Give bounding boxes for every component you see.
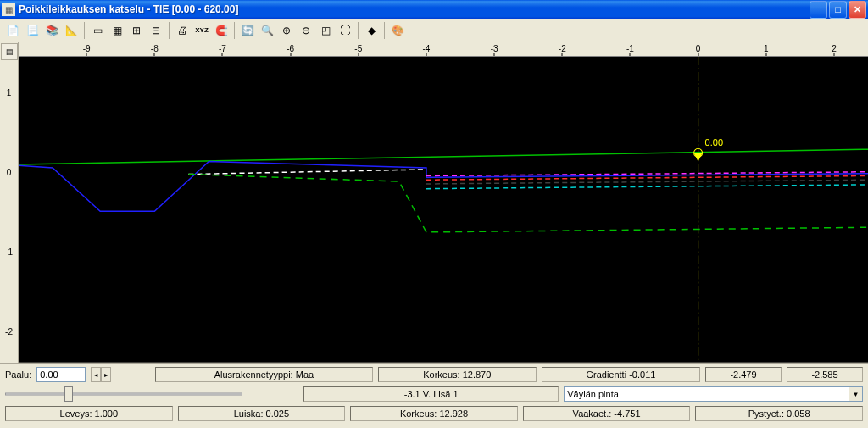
luiska-label: Luiska: bbox=[234, 409, 264, 419]
leveys-field: Leveys: 1.000 bbox=[5, 406, 173, 421]
mid-text-field: -3.1 V. Lisä 1 bbox=[303, 386, 559, 402]
slider-thumb[interactable] bbox=[64, 386, 73, 402]
chevron-down-icon[interactable]: ▼ bbox=[849, 387, 862, 401]
document-icon[interactable]: 📄 bbox=[3, 21, 22, 40]
zoom-fit-icon[interactable]: 🔍 bbox=[258, 21, 276, 40]
korkeus2-field: Korkeus: 12.928 bbox=[350, 406, 518, 421]
pystyet-label: Pystyet.: bbox=[748, 409, 784, 419]
paalu-next-button[interactable]: ► bbox=[101, 367, 111, 382]
pystyet-field: Pystyet.: 0.058 bbox=[695, 406, 863, 421]
gradientti-value: -0.011 bbox=[629, 370, 655, 380]
eraser-icon[interactable]: ◆ bbox=[362, 21, 381, 40]
title-bar: ▦ Poikkileikkauksen katselu - TIE [0.00 … bbox=[0, 0, 868, 19]
toolbar: 📄 📃 📚 📐 ▭ ▦ ⊞ ⊟ 🖨 XYZ 🧲 🔄 🔍 ⊕ ⊖ ◰ ⛶ ◆ 🎨 bbox=[0, 19, 868, 42]
toolbar-separator bbox=[234, 22, 235, 39]
korkeus1-value: 12.870 bbox=[463, 370, 492, 380]
vaakaet-label: Vaakaet.: bbox=[573, 409, 612, 419]
leveys-label: Leveys: bbox=[60, 409, 92, 419]
coord-y-field: -2.585 bbox=[787, 367, 863, 382]
stack-icon[interactable]: 📚 bbox=[42, 21, 61, 40]
gradientti-label: Gradientti bbox=[586, 370, 626, 380]
left-ruler: ▤ -2-101 bbox=[0, 42, 19, 363]
toolbar-separator bbox=[358, 22, 359, 39]
maximize-button[interactable]: □ bbox=[829, 1, 847, 19]
alusrakenne-value: Maa bbox=[296, 370, 314, 380]
window-title: Poikkileikkauksen katselu - TIE [0.00 - … bbox=[19, 3, 810, 15]
chart-column: -9-8-7-6-5-4-3-2-1012 0.00 bbox=[19, 42, 868, 363]
dimension-icon[interactable]: 📐 bbox=[62, 21, 81, 40]
window-controls: _ □ ✕ bbox=[810, 1, 866, 19]
cross-section-chart[interactable]: 0.00 bbox=[19, 57, 868, 363]
border-icon[interactable]: ▭ bbox=[88, 21, 107, 40]
xyz-icon[interactable]: XYZ bbox=[192, 21, 211, 40]
svg-text:0.00: 0.00 bbox=[705, 138, 723, 148]
paalu-label: Paalu: bbox=[5, 370, 31, 380]
alusrakenne-label: Alusrakennetyyppi: bbox=[214, 370, 293, 380]
ruler-toggle-button[interactable]: ▤ bbox=[1, 43, 18, 60]
print-icon[interactable]: 🖨 bbox=[173, 21, 192, 40]
vaakaet-value: -4.751 bbox=[614, 409, 640, 419]
status-panel: Paalu: ◄ ► Alusrakennetyyppi: Maa Korkeu… bbox=[0, 363, 868, 427]
mid-text-value: -3.1 V. Lisä 1 bbox=[404, 389, 459, 399]
y-axis-ruler: -2-101 bbox=[0, 61, 18, 363]
paalu-spinner: ◄ ► bbox=[91, 367, 111, 382]
palette-icon[interactable]: 🎨 bbox=[388, 21, 407, 40]
dropdown-value: Väylän pinta bbox=[567, 389, 619, 399]
zoom-window-icon[interactable]: ◰ bbox=[316, 21, 335, 40]
korkeus1-label: Korkeus: bbox=[423, 370, 459, 380]
svg-rect-0 bbox=[19, 57, 868, 363]
coord-y-value: -2.585 bbox=[811, 370, 837, 380]
korkeus1-field: Korkeus: 12.870 bbox=[378, 367, 537, 382]
luiska-field: Luiska: 0.025 bbox=[178, 406, 346, 421]
app-icon: ▦ bbox=[2, 3, 15, 16]
y-tick-label: -2 bbox=[0, 326, 18, 336]
zoom-extents-icon[interactable]: ⛶ bbox=[336, 21, 354, 40]
pystyet-value: 0.058 bbox=[787, 409, 810, 419]
refresh-icon[interactable]: 🔄 bbox=[238, 21, 257, 40]
luiska-value: 0.025 bbox=[266, 409, 290, 419]
toolbar-separator bbox=[169, 22, 170, 39]
table-icon[interactable]: ▦ bbox=[108, 21, 126, 40]
korkeus2-label: Korkeus: bbox=[400, 409, 437, 419]
minimize-button[interactable]: _ bbox=[810, 1, 827, 19]
surface-dropdown[interactable]: Väylän pinta ▼ bbox=[564, 386, 863, 402]
gradientti-field: Gradientti -0.011 bbox=[542, 367, 700, 382]
korkeus2-value: 12.928 bbox=[439, 409, 468, 419]
paalu-slider[interactable] bbox=[5, 386, 242, 403]
alusrakenne-field: Alusrakennetyyppi: Maa bbox=[155, 367, 372, 382]
main-area: ▤ -2-101 -9-8-7-6-5-4-3-2-1012 0.00 bbox=[0, 42, 868, 363]
toolbar-separator bbox=[384, 22, 385, 39]
zoom-out-icon[interactable]: ⊖ bbox=[297, 21, 315, 40]
grid2-icon[interactable]: ⊟ bbox=[147, 21, 165, 40]
leveys-value: 1.000 bbox=[95, 409, 119, 419]
coord-x-value: -2.479 bbox=[730, 370, 756, 380]
zoom-in-icon[interactable]: ⊕ bbox=[277, 21, 296, 40]
y-tick-label: 0 bbox=[0, 168, 18, 177]
paalu-input[interactable] bbox=[36, 367, 86, 382]
paalu-prev-button[interactable]: ◄ bbox=[91, 367, 101, 382]
toolbar-separator bbox=[84, 22, 85, 39]
close-button[interactable]: ✕ bbox=[849, 1, 866, 19]
page-icon[interactable]: 📃 bbox=[23, 21, 42, 40]
grid-icon[interactable]: ⊞ bbox=[127, 21, 146, 40]
y-tick-label: 1 bbox=[0, 88, 18, 97]
vaakaet-field: Vaakaet.: -4.751 bbox=[523, 406, 691, 421]
magnet-icon[interactable]: 🧲 bbox=[212, 21, 231, 40]
y-tick-label: -1 bbox=[0, 247, 18, 256]
x-axis-ruler: -9-8-7-6-5-4-3-2-1012 bbox=[19, 42, 868, 57]
coord-x-field: -2.479 bbox=[705, 367, 782, 382]
